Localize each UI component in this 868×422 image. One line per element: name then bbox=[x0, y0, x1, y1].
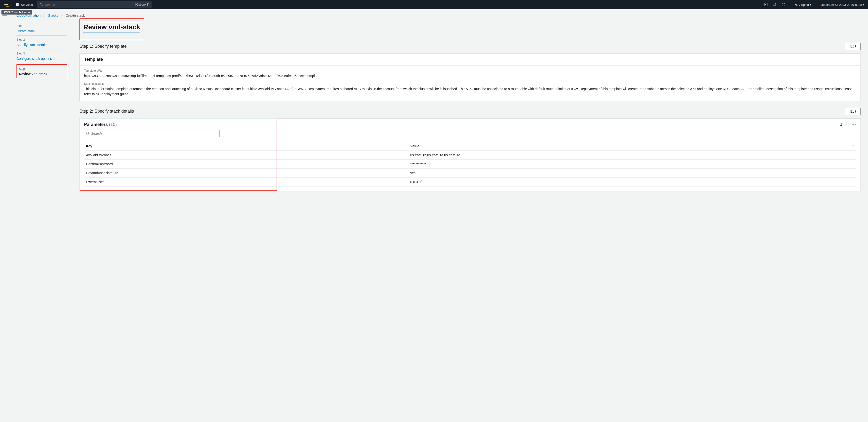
sort-asc-icon: ▲ bbox=[404, 144, 406, 147]
parameters-search[interactable] bbox=[84, 130, 220, 138]
region-selector[interactable]: N. Virginia ▾ bbox=[795, 3, 812, 6]
col-value[interactable]: Value▽ bbox=[408, 142, 856, 151]
parameters-title: Parameters bbox=[84, 122, 108, 127]
param-key: ExternalNet bbox=[84, 177, 408, 186]
wizard-step-label: Step 4 bbox=[19, 67, 65, 70]
template-url-value: https://s3.amazonaws.com/awsmp-fulfillme… bbox=[84, 73, 856, 78]
template-url-label: Template URL bbox=[84, 69, 856, 72]
top-nav: aws Services [Option+S] ? N. Virginia ▾ … bbox=[0, 0, 868, 9]
table-row: AvailabilityZonesus-east-1b,us-east-1a,u… bbox=[84, 150, 856, 159]
page-title-highlight: Review vnd-stack bbox=[80, 19, 144, 40]
chevron-right-icon: 〉 bbox=[43, 14, 46, 18]
pager-next-icon[interactable]: 〉 bbox=[845, 122, 849, 127]
parameters-search-input[interactable] bbox=[91, 131, 217, 135]
help-icon[interactable]: ? bbox=[781, 2, 786, 7]
wizard-steps: Step 1 Create stack Step 2 Specify stack… bbox=[17, 19, 67, 78]
svg-point-1 bbox=[40, 3, 42, 5]
left-gutter bbox=[0, 9, 9, 208]
console-home-tooltip: AWS Console Home bbox=[1, 10, 32, 14]
search-icon bbox=[40, 3, 43, 6]
col-key-label: Key bbox=[86, 144, 92, 148]
cloudshell-icon[interactable] bbox=[764, 2, 768, 7]
svg-line-12 bbox=[855, 125, 856, 126]
svg-line-2 bbox=[42, 5, 43, 6]
sort-icon: ▽ bbox=[852, 144, 854, 147]
svg-text:aws: aws bbox=[4, 3, 8, 6]
stack-description-label: Stack description bbox=[84, 82, 856, 86]
breadcrumb-current: Create stack bbox=[66, 13, 85, 18]
param-value: ************ bbox=[408, 159, 856, 169]
svg-text:?: ? bbox=[783, 3, 784, 6]
gear-icon[interactable] bbox=[852, 123, 856, 126]
wizard-step-4[interactable]: Step 4 Review vnd-stack bbox=[17, 64, 67, 78]
account-menu[interactable]: aleccham @ 0393-2340-8238 ▾ bbox=[820, 3, 865, 6]
wizard-step-link[interactable]: Specify stack details bbox=[17, 43, 47, 47]
table-row: ExternalNet0.0.0.0/0 bbox=[84, 177, 856, 186]
page-title: Review vnd-stack bbox=[83, 22, 140, 32]
svg-point-15 bbox=[87, 132, 89, 134]
aws-logo[interactable]: aws bbox=[3, 2, 11, 7]
col-key[interactable]: Key▲ bbox=[84, 142, 408, 151]
wizard-step-label: Step 1 bbox=[17, 24, 67, 28]
param-key: DataIntfAssociateEIP bbox=[84, 169, 408, 177]
wizard-step-3[interactable]: Step 3 Configure stack options bbox=[17, 50, 67, 63]
param-value: yes bbox=[408, 169, 856, 177]
svg-point-6 bbox=[854, 124, 855, 125]
svg-line-14 bbox=[855, 123, 856, 124]
region-label: N. Virginia bbox=[795, 3, 809, 6]
wizard-step-label: Step 2 bbox=[17, 38, 67, 41]
col-value-label: Value bbox=[410, 144, 419, 148]
chevron-right-icon: 〉 bbox=[61, 14, 63, 18]
svg-line-16 bbox=[88, 134, 89, 135]
template-panel: Template Template URL https://s3.amazona… bbox=[80, 53, 861, 101]
svg-line-11 bbox=[853, 123, 854, 124]
pager-prev-icon[interactable]: 〈 bbox=[833, 122, 837, 127]
breadcrumb-stacks[interactable]: Stacks bbox=[48, 13, 58, 18]
search-icon bbox=[86, 132, 90, 135]
account-label: aleccham @ 0393-2340-8238 bbox=[820, 3, 862, 6]
services-label: Services bbox=[21, 3, 33, 6]
search-shortcut-hint: [Option+S] bbox=[135, 3, 149, 6]
template-panel-title: Template bbox=[84, 57, 856, 62]
table-row: ConfirmPassword************ bbox=[84, 159, 856, 169]
pager-page-number: 1 bbox=[840, 123, 842, 126]
parameters-panel: Parameters (10) 〈 1 〉 bbox=[80, 118, 861, 191]
parameters-table: Key▲ Value▽ AvailabilityZonesus-east-1b,… bbox=[84, 142, 856, 186]
notifications-icon[interactable] bbox=[773, 2, 777, 7]
step2-heading: Step 2: Specify stack details bbox=[80, 109, 134, 114]
wizard-step-current: Review vnd-stack bbox=[19, 72, 65, 76]
param-value: us-east-1b,us-east-1a,us-east-1c bbox=[408, 150, 856, 159]
parameters-count: (10) bbox=[109, 122, 117, 127]
table-row: DataIntfAssociateEIPyes bbox=[84, 169, 856, 177]
wizard-step-link[interactable]: Create stack bbox=[17, 29, 36, 33]
svg-line-13 bbox=[853, 125, 854, 126]
param-value: 0.0.0.0/0 bbox=[408, 177, 856, 186]
param-key: AvailabilityZones bbox=[84, 150, 408, 159]
services-menu[interactable]: Services bbox=[16, 3, 33, 6]
grid-icon bbox=[16, 3, 20, 6]
step1-edit-button[interactable]: Edit bbox=[846, 42, 861, 50]
global-search[interactable]: [Option+S] bbox=[37, 1, 152, 8]
pager: 〈 1 〉 bbox=[833, 122, 856, 127]
step2-edit-button[interactable]: Edit bbox=[846, 108, 861, 115]
wizard-step-link[interactable]: Configure stack options bbox=[17, 57, 52, 61]
breadcrumb: CloudFormation 〉 Stacks 〉 Create stack bbox=[17, 13, 861, 18]
wizard-step-1[interactable]: Step 1 Create stack bbox=[17, 22, 67, 36]
wizard-step-2[interactable]: Step 2 Specify stack details bbox=[17, 36, 67, 50]
param-key: ConfirmPassword bbox=[84, 159, 408, 169]
stack-description-value: This cloud formation template automates … bbox=[84, 87, 856, 96]
wizard-step-label: Step 3 bbox=[17, 52, 67, 55]
step1-heading: Step 1: Specify template bbox=[80, 44, 127, 49]
svg-rect-3 bbox=[764, 3, 768, 6]
global-search-input[interactable] bbox=[45, 3, 133, 6]
